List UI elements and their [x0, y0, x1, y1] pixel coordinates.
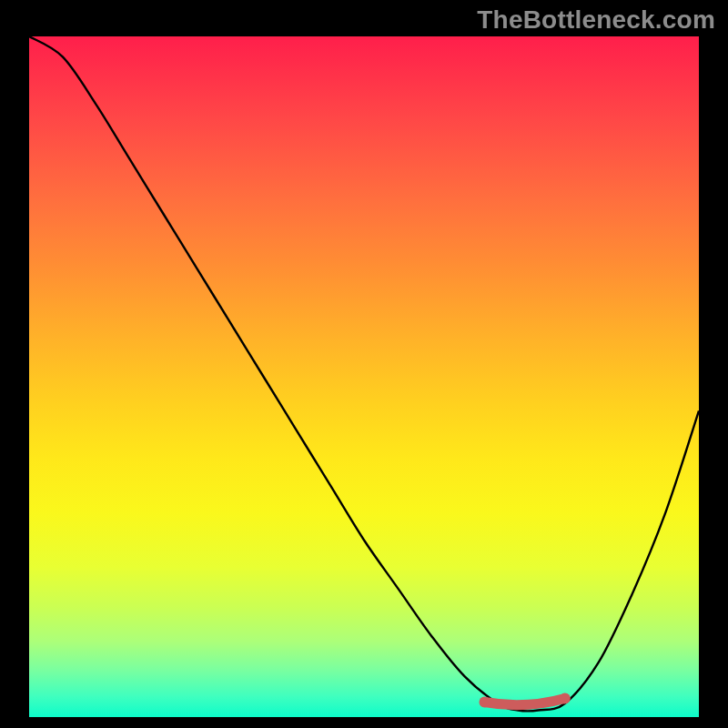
chart-svg	[29, 36, 699, 717]
bottleneck-curve	[29, 36, 699, 711]
chart-container: TheBottleneck.com	[0, 0, 728, 728]
accent-dot-right	[560, 693, 571, 704]
watermark-text: TheBottleneck.com	[477, 5, 715, 35]
accent-dot-left	[480, 697, 490, 708]
accent-segment	[485, 699, 565, 705]
